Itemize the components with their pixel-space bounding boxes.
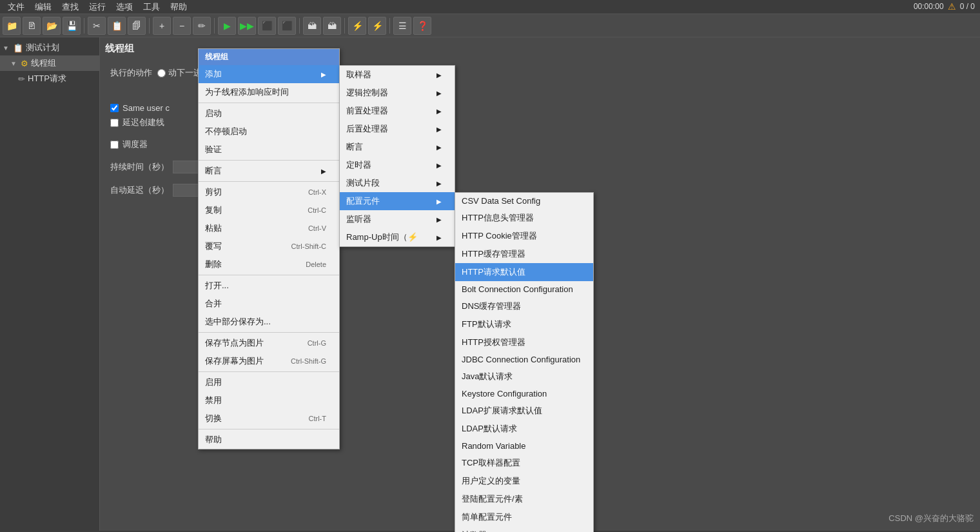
sub-add-pre[interactable]: 前置处理器▶ [340, 102, 455, 120]
ctx-item-copy[interactable]: 复制 Ctrl-C [199, 201, 339, 219]
cfg-http-defaults[interactable]: HTTP请求默认值 [455, 263, 593, 281]
toolbar-save[interactable]: 💾 [63, 17, 81, 35]
cfg-ldap[interactable]: LDAP默认请求 [455, 420, 593, 438]
toolbar-clear-all[interactable]: ⚡ [368, 17, 386, 35]
same-user-checkbox[interactable] [110, 104, 119, 112]
cfg-simple[interactable]: 简单配置元件 [455, 508, 593, 526]
ctx-item-validate[interactable]: 验证 [199, 141, 339, 159]
cfg-counter[interactable]: 计数器 [455, 526, 593, 532]
toolbar-stop-now[interactable]: ⬛ [278, 17, 296, 35]
cfg-ldap-ext[interactable]: LDAP扩展请求默认值 [455, 402, 593, 420]
cfg-jdbc[interactable]: JDBC Connection Configuration [455, 351, 593, 368]
toolbar-plus[interactable]: + [153, 17, 171, 35]
sub-add-timer[interactable]: 定时器▶ [340, 156, 455, 174]
watermark: CSDN @兴奋的大骆驼 [888, 513, 974, 524]
ctx-sep4 [199, 275, 339, 275]
toolbar-remote-start[interactable]: 🏔 [303, 17, 321, 35]
toolbar-stop[interactable]: ⬛ [258, 17, 276, 35]
toolbar-edit[interactable]: ✏ [193, 17, 211, 35]
tree-item-threadgroup[interactable]: ▼ ⚙ 线程组 [0, 55, 99, 71]
ctx-item-help[interactable]: 帮助 [199, 431, 339, 449]
sub-add-rampup[interactable]: Ramp-Up时间（⚡▶ [340, 228, 455, 246]
sub-add-post[interactable]: 后置处理器▶ [340, 120, 455, 138]
ctx-item-save-screen-img[interactable]: 保存屏幕为图片 Ctrl-Shift-G [199, 352, 339, 370]
ctx-item-toggle[interactable]: 切换 Ctrl-T [199, 409, 339, 428]
ctx-item-add-delay[interactable]: 为子线程添加响应时间 [199, 83, 339, 101]
cfg-tcp[interactable]: TCP取样器配置 [455, 454, 593, 472]
tree-item-httprequest[interactable]: ✏ HTTP请求 [0, 71, 99, 86]
timer-display: 00:00:00 ⚠ 0 / 0 [914, 1, 975, 12]
ctx-item-start[interactable]: 启动 [199, 104, 339, 123]
menu-help[interactable]: 帮助 [165, 0, 192, 14]
cfg-ftp[interactable]: FTP默认请求 [455, 315, 593, 333]
ctx-item-open[interactable]: 打开... [199, 277, 339, 295]
scheduler-checkbox[interactable] [110, 141, 119, 149]
toolbar-minus[interactable]: − [173, 17, 191, 35]
submenu-add: 取样器▶ 逻辑控制器▶ 前置处理器▶ 后置处理器▶ 断言▶ [339, 65, 455, 247]
cfg-keystore[interactable]: Keystore Configuration [455, 386, 593, 402]
ctx-item-delete[interactable]: 删除 Delete [199, 255, 339, 273]
toolbar-paste[interactable]: 🗐 [128, 17, 146, 35]
toolbar-open[interactable]: 📂 [43, 17, 61, 35]
delay-create-checkbox[interactable] [110, 119, 119, 127]
ctx-item-paste[interactable]: 粘贴 Ctrl-V [199, 219, 339, 237]
cfg-http-cookie[interactable]: HTTP Cookie管理器 [455, 227, 593, 245]
cfg-bolt[interactable]: Bolt Connection Configuration [455, 281, 593, 297]
tree-label-httprequest: HTTP请求 [28, 73, 66, 84]
ctx-item-merge[interactable]: 合并 [199, 295, 339, 313]
toolbar: 📁 🖹 📂 💾 ✂ 📋 🗐 + − ✏ ▶ ▶▶ ⬛ ⬛ 🏔 🏔 ⚡ ⚡ ☰ ❓ [0, 14, 980, 37]
sub-add-config[interactable]: 配置元件▶ CSV Data Set Config HTTP信息头管理器 HTT… [340, 192, 455, 210]
toolbar-start-nopause[interactable]: ▶▶ [238, 17, 256, 35]
toolbar-sep5 [344, 18, 345, 34]
toolbar-cut[interactable]: ✂ [88, 17, 106, 35]
tg-title: 线程组 [105, 43, 134, 55]
cfg-http-cache[interactable]: HTTP缓存管理器 [455, 245, 593, 263]
ctx-item-assertion[interactable]: 断言 ▶ [199, 162, 339, 180]
toolbar-sep1 [84, 18, 84, 34]
toolbar-copy[interactable]: 📋 [108, 17, 126, 35]
ctx-item-cut[interactable]: 剪切 Ctrl-X [199, 183, 339, 201]
ctx-item-save-selection[interactable]: 选中部分保存为... [199, 313, 339, 331]
sub-add-logic[interactable]: 逻辑控制器▶ [340, 84, 455, 102]
toolbar-remote-stop[interactable]: 🏔 [323, 17, 341, 35]
cfg-java[interactable]: Java默认请求 [455, 368, 593, 386]
menu-options[interactable]: 选项 [111, 0, 138, 14]
cfg-csv[interactable]: CSV Data Set Config [455, 193, 593, 209]
menu-edit[interactable]: 编辑 [30, 0, 57, 14]
ctx-sep1 [199, 103, 339, 103]
cfg-dns[interactable]: DNS缓存管理器 [455, 297, 593, 315]
toolbar-new[interactable]: 📁 [3, 17, 21, 35]
cfg-login[interactable]: 登陆配置元件/素 [455, 490, 593, 508]
toolbar-sep3 [214, 18, 215, 34]
sub-add-listener[interactable]: 监听器▶ [340, 210, 455, 228]
menu-tools[interactable]: 工具 [138, 0, 165, 14]
ctx-item-save-node-img[interactable]: 保存节点为图片 Ctrl-G [199, 334, 339, 352]
toolbar-start[interactable]: ▶ [218, 17, 236, 35]
cfg-udv[interactable]: 用户定义的变量 [455, 472, 593, 490]
ctx-item-enable[interactable]: 启用 [199, 373, 339, 391]
scheduler-label: 调度器 [122, 139, 148, 150]
menu-find[interactable]: 查找 [57, 0, 84, 14]
menu-file[interactable]: 文件 [3, 0, 30, 14]
ctx-sep7 [199, 429, 339, 429]
toolbar-templates[interactable]: 🖹 [23, 17, 41, 35]
cfg-random[interactable]: Random Variable [455, 438, 593, 454]
menubar: 文件 编辑 查找 运行 选项 工具 帮助 00:00:00 ⚠ 0 / 0 [0, 0, 980, 14]
ctx-item-start-nopause[interactable]: 不停顿启动 [199, 123, 339, 141]
ctx-menu-title: 线程组 [199, 49, 339, 65]
sub-add-fragment[interactable]: 测试片段▶ [340, 174, 455, 192]
menu-run[interactable]: 运行 [84, 0, 111, 14]
ctx-item-add[interactable]: 添加 ▶ 取样器▶ 逻辑控制器▶ 前置处理器▶ 后置处理器▶ [199, 65, 339, 83]
cfg-http-auth[interactable]: HTTP授权管理器 [455, 333, 593, 351]
tree-label-testplan: 测试计划 [26, 42, 59, 54]
toolbar-list[interactable]: ☰ [393, 17, 411, 35]
sub-add-sampler[interactable]: 取样器▶ [340, 66, 455, 84]
sub-add-assertion[interactable]: 断言▶ [340, 138, 455, 156]
ctx-arrow-assertion: ▶ [321, 168, 326, 175]
toolbar-help[interactable]: ❓ [413, 17, 431, 35]
ctx-item-overwrite[interactable]: 覆写 Ctrl-Shift-C [199, 237, 339, 255]
ctx-item-disable[interactable]: 禁用 [199, 391, 339, 409]
cfg-http-header[interactable]: HTTP信息头管理器 [455, 209, 593, 227]
tree-item-testplan[interactable]: ▼ 📋 测试计划 [0, 40, 99, 55]
toolbar-clear[interactable]: ⚡ [348, 17, 366, 35]
